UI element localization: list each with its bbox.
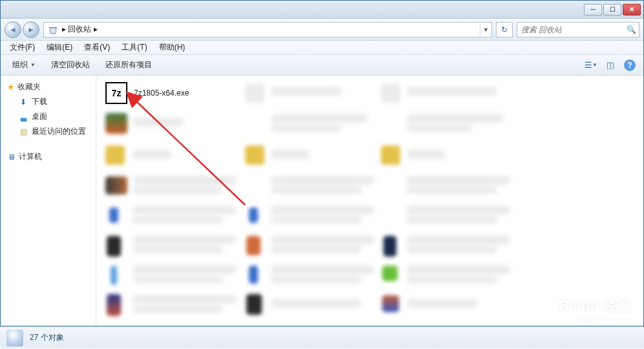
blurred-item (246, 236, 261, 255)
menu-tools[interactable]: 工具(T) (116, 41, 152, 54)
blurred-item (271, 151, 310, 158)
blurred-item (407, 151, 445, 158)
blurred-item (381, 145, 400, 165)
content-pane[interactable]: 7z 7z1805-x64.exe (96, 76, 643, 326)
explorer-window: ─ ☐ ✕ ◄ ► ▸ 回收站 ▸ ▼ ↻ 🔍 文件(F) 编辑(E) 查看(V… (0, 0, 644, 326)
blurred-item (133, 295, 236, 303)
blurred-item (133, 236, 236, 244)
recycle-bin-large-icon (6, 330, 23, 346)
blurred-item (407, 246, 497, 253)
blurred-item (107, 236, 121, 257)
blurred-item (249, 266, 258, 284)
organize-button[interactable]: 组织▼ (6, 57, 42, 73)
forward-button[interactable]: ► (23, 21, 39, 38)
blurred-item (133, 217, 223, 223)
blurred-item (249, 207, 258, 223)
file-item-7z[interactable]: 7z 7z1805-x64.exe (105, 82, 189, 104)
blurred-item (271, 299, 361, 307)
empty-recycle-bin-button[interactable]: 清空回收站 (45, 57, 96, 73)
blurred-item (271, 266, 374, 273)
sidebar-item-downloads[interactable]: ⬇ 下载 (3, 94, 93, 109)
blurred-item (383, 236, 396, 257)
sidebar-item-recent[interactable]: ▤ 最近访问的位置 (3, 124, 93, 139)
blurred-item (133, 206, 236, 214)
blurred-item (245, 145, 264, 165)
search-icon: 🔍 (623, 23, 639, 37)
blurred-item (407, 236, 510, 244)
blurred-item (407, 187, 497, 193)
blurred-item (133, 306, 223, 312)
address-bar[interactable]: ▸ 回收站 ▸ ▼ (43, 22, 492, 37)
blurred-item (271, 125, 342, 131)
status-bar: 27 个对象 (0, 326, 644, 348)
blurred-item (133, 151, 171, 158)
blurred-item (407, 217, 497, 223)
blurred-item (271, 176, 374, 184)
maximize-button[interactable]: ☐ (603, 4, 621, 16)
sidebar-item-desktop[interactable]: ▃ 桌面 (3, 109, 93, 124)
blurred-item (271, 236, 374, 244)
body-area: ★ 收藏夹 ⬇ 下载 ▃ 桌面 ▤ 最近访问的位置 🖥 计算机 (1, 76, 643, 326)
star-icon: ★ (7, 82, 15, 92)
computer-icon: 🖥 (7, 153, 16, 162)
blurred-item (245, 83, 264, 103)
blurred-item (407, 87, 497, 95)
blurred-item (105, 176, 127, 195)
toolbar: 组织▼ 清空回收站 还原所有项目 ☰ ▼ ◫ ? (1, 55, 643, 76)
breadcrumb-sep-2: ▸ (94, 25, 98, 34)
blurred-item (407, 114, 504, 122)
titlebar: ─ ☐ ✕ (1, 1, 643, 19)
blurred-item (105, 145, 125, 165)
desktop-icon: ▃ (19, 112, 28, 122)
help-icon: ? (624, 59, 636, 71)
blurred-item (111, 266, 117, 285)
blurred-item (105, 113, 127, 134)
address-dropdown[interactable]: ▼ (480, 23, 491, 37)
blurred-item (133, 118, 184, 126)
download-icon: ⬇ (19, 98, 28, 107)
blurred-item (271, 114, 368, 122)
blurred-item (133, 187, 223, 193)
preview-pane-button[interactable]: ◫ (602, 58, 619, 72)
blurred-item (246, 294, 262, 315)
status-count: 27 个对象 (30, 332, 64, 343)
blurred-item (407, 299, 478, 307)
view-options-button[interactable]: ☰ ▼ (583, 58, 599, 72)
restore-all-button[interactable]: 还原所有项目 (99, 57, 158, 73)
nav-bar: ◄ ► ▸ 回收站 ▸ ▼ ↻ 🔍 (1, 19, 643, 41)
blurred-item (407, 206, 510, 214)
blurred-item (107, 294, 121, 316)
blurred-item (381, 83, 400, 103)
blurred-item (407, 176, 510, 184)
sidebar: ★ 收藏夹 ⬇ 下载 ▃ 桌面 ▤ 最近访问的位置 🖥 计算机 (1, 76, 96, 326)
refresh-button[interactable]: ↻ (496, 22, 513, 37)
blurred-item (407, 266, 510, 273)
search-box[interactable]: 🔍 (517, 22, 639, 37)
sidebar-favorites-header[interactable]: ★ 收藏夹 (3, 79, 93, 94)
search-input[interactable] (517, 25, 623, 34)
blurred-item (271, 206, 374, 214)
blurred-item (271, 246, 361, 253)
blurred-item (109, 207, 118, 223)
menu-edit[interactable]: 编辑(E) (41, 41, 78, 54)
blurred-item (133, 266, 236, 273)
seven-zip-icon: 7z (105, 82, 127, 104)
menu-file[interactable]: 文件(F) (5, 41, 40, 54)
blurred-item (271, 87, 342, 95)
minimize-button[interactable]: ─ (584, 4, 602, 16)
back-button[interactable]: ◄ (5, 21, 21, 38)
blurred-item (133, 246, 223, 253)
sidebar-computer-header[interactable]: 🖥 计算机 (3, 149, 93, 164)
blurred-item (271, 276, 361, 282)
close-button[interactable]: ✕ (623, 4, 641, 16)
help-button[interactable]: ? (621, 58, 638, 72)
recent-icon: ▤ (19, 127, 28, 136)
blurred-item (133, 176, 236, 184)
menubar: 文件(F) 编辑(E) 查看(V) 工具(T) 帮助(H) (1, 41, 643, 55)
menu-view[interactable]: 查看(V) (79, 41, 115, 54)
annotation-arrow (96, 76, 639, 326)
blurred-item (271, 187, 361, 193)
blurred-item (407, 276, 497, 282)
menu-help[interactable]: 帮助(H) (154, 41, 191, 54)
blurred-item (407, 125, 471, 131)
